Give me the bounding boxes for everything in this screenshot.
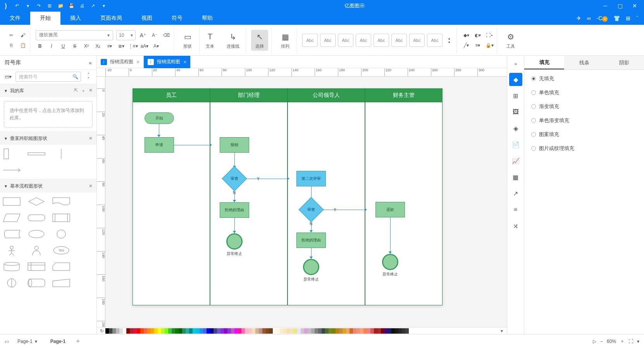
copy-icon[interactable]: ⎘ xyxy=(7,41,15,50)
page-view-icon[interactable]: ▭ xyxy=(5,339,9,344)
style-preset-3[interactable]: Abc xyxy=(338,34,353,47)
strikethrough-button[interactable]: S xyxy=(71,42,79,50)
color-swatch[interactable] xyxy=(186,328,189,334)
undo-icon[interactable]: ↶ xyxy=(14,2,21,9)
font-family-select[interactable]: 微软雅黑▾ xyxy=(36,30,113,40)
apps-icon[interactable]: ⊞ xyxy=(626,15,630,21)
fc-end-3[interactable] xyxy=(382,254,398,270)
collapse-left-icon[interactable]: « xyxy=(89,60,92,66)
style-scroll-up-icon[interactable]: ▴▾ xyxy=(445,36,453,45)
shape-yes[interactable]: Yes xyxy=(53,245,70,256)
color-swatch[interactable] xyxy=(297,328,301,334)
color-swatch[interactable] xyxy=(301,328,304,334)
fc-reject-2[interactable]: 拒绝的理由 xyxy=(296,233,326,248)
color-swatch[interactable] xyxy=(377,328,381,334)
select-button[interactable]: ↖ 选择 xyxy=(251,30,268,51)
redo-icon[interactable]: ↷ xyxy=(35,2,42,9)
page-selector[interactable]: Page-1 ▾ xyxy=(14,338,41,345)
basic-section-header[interactable]: ▼ 基本流程图形状 ✕ xyxy=(0,179,96,193)
color-swatch[interactable] xyxy=(315,328,318,334)
color-swatch[interactable] xyxy=(172,328,175,334)
fill-option-solid[interactable]: 单色填充 xyxy=(531,89,637,96)
tools-button[interactable]: ⚙ 工具 xyxy=(502,30,519,51)
fc-reject-1[interactable]: 拒绝的理由 xyxy=(220,202,249,218)
color-swatch[interactable] xyxy=(130,328,133,334)
share-icon[interactable]: ∞ xyxy=(587,15,591,21)
color-swatch[interactable] xyxy=(210,328,214,334)
color-swatch[interactable] xyxy=(179,328,182,334)
menu-page-layout[interactable]: 页面布局 xyxy=(91,12,132,25)
qat-more-icon[interactable]: ▾ xyxy=(100,2,107,9)
font-color-icon[interactable]: A▾ xyxy=(152,42,160,50)
vertical-close-icon[interactable]: ✕ xyxy=(89,136,93,141)
shape-database[interactable] xyxy=(3,261,20,272)
color-swatch[interactable] xyxy=(105,328,109,334)
menu-file[interactable]: 文件 xyxy=(0,12,30,25)
color-swatch[interactable] xyxy=(308,328,311,334)
color-swatch[interactable] xyxy=(350,328,353,334)
fill-option-pattern[interactable]: 图案填充 xyxy=(531,131,637,138)
color-swatch[interactable] xyxy=(322,328,325,334)
export-icon[interactable]: ↗ xyxy=(90,2,96,9)
style-preset-7[interactable]: Abc xyxy=(409,34,425,47)
fill-color-icon[interactable]: ◆▾ xyxy=(462,31,470,40)
fc-review2[interactable]: 审查 xyxy=(298,197,324,222)
color-swatch[interactable] xyxy=(161,328,165,334)
color-swatch[interactable] xyxy=(381,328,384,334)
paste-icon[interactable]: 📋 xyxy=(19,41,27,50)
grid-panel-icon[interactable]: ⊞ xyxy=(509,89,522,102)
palette-reset-icon[interactable]: ↻ xyxy=(98,328,105,334)
menu-start[interactable]: 开始 xyxy=(30,12,60,25)
color-swatch[interactable] xyxy=(343,328,346,334)
page[interactable]: 员工 部门经理 公司领导人 财务主管 开始 申请 xyxy=(133,88,443,305)
color-swatch[interactable] xyxy=(329,328,332,334)
play-icon[interactable]: ▷ xyxy=(593,339,596,344)
color-swatch[interactable] xyxy=(214,328,217,334)
new-icon[interactable]: ⊞ xyxy=(46,2,53,9)
shuffle-panel-icon[interactable]: ⤨ xyxy=(509,219,522,233)
swimlane-header-3[interactable]: 公司领导人 xyxy=(288,88,365,102)
color-swatch[interactable] xyxy=(144,328,147,334)
swimlane-col-3[interactable]: 第二次评审 审查 Y N 拒绝的理由 xyxy=(288,102,365,305)
color-swatch[interactable] xyxy=(273,328,276,334)
swimlane-col-2[interactable]: 报销 审查 Y N 拒绝的理由 xyxy=(210,102,288,305)
shape-decision[interactable] xyxy=(28,196,45,207)
color-swatch[interactable] xyxy=(402,328,405,334)
crop-icon[interactable]: ⛶▾ xyxy=(485,31,494,40)
shape-terminator[interactable] xyxy=(28,212,45,224)
color-swatch[interactable] xyxy=(325,328,329,334)
color-swatch[interactable] xyxy=(241,328,245,334)
dropdown-icon[interactable]: ▾ xyxy=(24,2,31,9)
color-swatch[interactable] xyxy=(388,328,391,334)
color-swatch[interactable] xyxy=(140,328,144,334)
color-swatch[interactable] xyxy=(363,328,367,334)
export-panel-icon[interactable]: ↗ xyxy=(509,187,522,200)
lock-icon[interactable]: 🔒▾ xyxy=(485,41,494,50)
color-swatch[interactable] xyxy=(133,328,137,334)
color-swatch[interactable] xyxy=(367,328,370,334)
fc-start[interactable]: 开始 xyxy=(145,112,174,124)
color-swatch[interactable] xyxy=(175,328,179,334)
color-swatch[interactable] xyxy=(311,328,315,334)
shape-predefined[interactable] xyxy=(53,212,70,224)
line-style-icon[interactable]: ≡▾ xyxy=(474,41,482,50)
color-swatch[interactable] xyxy=(231,328,234,334)
case-icon[interactable]: aA▾ xyxy=(140,42,149,50)
color-swatch[interactable] xyxy=(370,328,374,334)
fill-option-gradient[interactable]: 渐变填充 xyxy=(531,103,637,110)
tab-line[interactable]: 线条 xyxy=(564,56,604,69)
menu-symbol[interactable]: 符号 xyxy=(162,12,192,25)
color-swatch[interactable] xyxy=(398,328,402,334)
layers-panel-icon[interactable]: ◈ xyxy=(509,122,522,135)
color-swatch[interactable] xyxy=(196,328,200,334)
color-swatch[interactable] xyxy=(207,328,210,334)
library-menu-icon[interactable]: 🗃▾ xyxy=(3,72,13,82)
font-size-select[interactable]: 10▾ xyxy=(116,30,136,40)
document-tab-2[interactable]: ⟩ 报销流程图 × xyxy=(144,56,191,68)
basic-close-icon[interactable]: ✕ xyxy=(89,183,93,189)
zoom-in-icon[interactable]: ＋ xyxy=(620,338,625,345)
color-swatch[interactable] xyxy=(287,328,290,334)
shape-separator-v[interactable] xyxy=(53,148,70,160)
tab-shadow[interactable]: 阴影 xyxy=(604,56,644,69)
color-swatch[interactable] xyxy=(374,328,377,334)
